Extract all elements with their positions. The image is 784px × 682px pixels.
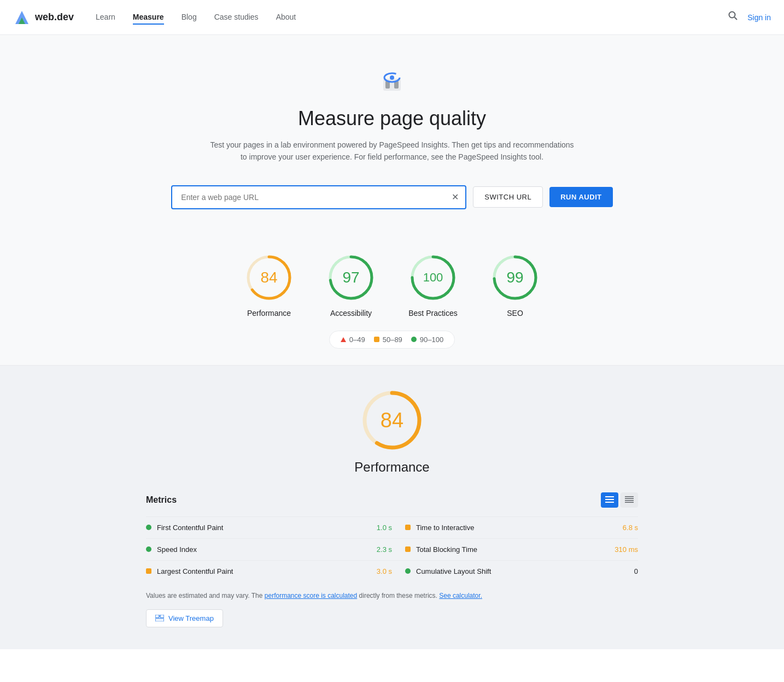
score-label-best-practices: Best Practices <box>408 309 457 318</box>
svg-rect-21 <box>605 502 614 503</box>
scores-row: 84 Performance 97 Accessibility 10 <box>11 253 773 318</box>
view-treemap-label: View Treemap <box>168 614 214 622</box>
metric-tti-name: Time to Interactive <box>416 524 617 532</box>
compact-view-icon <box>625 496 634 503</box>
metric-si-indicator <box>146 546 151 552</box>
perf-score-link[interactable]: performance score is calculated <box>265 592 357 599</box>
metric-tti-indicator <box>405 525 411 530</box>
metric-tbt-value: 310 ms <box>615 545 638 554</box>
scores-section: 84 Performance 97 Accessibility 10 <box>0 231 784 366</box>
hero-description: Test your pages in a lab environment pow… <box>206 139 578 163</box>
hero-section: Measure page quality Test your pages in … <box>0 35 784 231</box>
calculator-link[interactable]: See calculator. <box>439 592 482 599</box>
nav-links: Learn Measure Blog Case studies About <box>96 10 728 25</box>
score-value-performance: 84 <box>260 269 277 286</box>
nav-learn[interactable]: Learn <box>96 10 115 25</box>
svg-rect-19 <box>605 496 614 497</box>
score-label-accessibility: Accessibility <box>330 309 372 318</box>
url-input[interactable] <box>172 186 465 208</box>
metric-tti-value: 6.8 s <box>623 524 638 532</box>
score-legend: 0–49 50–89 90–100 <box>329 331 455 349</box>
metric-tbt: Total Blocking Time 310 ms <box>392 538 638 560</box>
metric-cls-indicator <box>405 568 411 574</box>
clear-input-icon[interactable]: ✕ <box>452 192 459 202</box>
svg-point-8 <box>390 75 394 80</box>
metric-tti: Time to Interactive 6.8 s <box>392 516 638 538</box>
hero-title: Measure page quality <box>11 107 773 130</box>
score-label-seo: SEO <box>507 309 523 318</box>
metric-fcp: First Contentful Paint 1.0 s <box>146 516 392 538</box>
score-seo: 99 SEO <box>490 253 540 318</box>
metric-lcp-name: Largest Contentful Paint <box>157 567 371 575</box>
metrics-note: Values are estimated and may vary. The p… <box>146 591 638 601</box>
score-best-practices: 100 Best Practices <box>408 253 458 318</box>
search-icon <box>728 10 739 21</box>
nav-case-studies[interactable]: Case studies <box>214 10 259 25</box>
metrics-note-mid: directly from these metrics. <box>359 592 440 599</box>
logo[interactable]: web.dev <box>13 9 74 26</box>
metric-tbt-name: Total Blocking Time <box>416 545 609 554</box>
metric-cls-name: Cumulative Layout Shift <box>416 567 629 575</box>
score-circle-best-practices: 100 <box>408 253 458 302</box>
legend-average-icon <box>374 337 379 342</box>
svg-rect-25 <box>625 502 634 503</box>
svg-rect-27 <box>160 615 164 618</box>
score-circle-accessibility: 97 <box>326 253 376 302</box>
metrics-container: Metrics <box>146 492 638 627</box>
sign-in-button[interactable]: Sign in <box>747 13 771 22</box>
performance-title: Performance <box>354 460 429 475</box>
performance-inner: 84 Performance Metrics <box>146 387 638 627</box>
view-expanded-button[interactable] <box>601 492 618 508</box>
score-value-accessibility: 97 <box>342 269 359 286</box>
svg-rect-22 <box>625 496 634 497</box>
view-compact-button[interactable] <box>621 492 638 508</box>
svg-rect-28 <box>155 619 164 621</box>
logo-icon <box>13 9 31 26</box>
nav-measure[interactable]: Measure <box>133 10 164 25</box>
run-audit-button[interactable]: RUN AUDIT <box>549 187 613 207</box>
perf-score-circle: 84 <box>359 387 425 453</box>
switch-url-button[interactable]: SWITCH URL <box>473 186 543 208</box>
svg-rect-26 <box>155 615 159 618</box>
score-value-best-practices: 100 <box>423 271 443 285</box>
legend-average: 50–89 <box>374 336 402 344</box>
treemap-icon <box>155 615 164 621</box>
logo-text: web.dev <box>35 11 74 23</box>
svg-rect-20 <box>605 499 614 500</box>
legend-pass-label: 90–100 <box>420 336 443 344</box>
nav-about[interactable]: About <box>276 10 296 25</box>
url-input-wrapper: ✕ <box>171 185 466 209</box>
metrics-note-prefix: Values are estimated and may vary. The <box>146 592 265 599</box>
view-treemap-button[interactable]: View Treemap <box>146 609 223 627</box>
perf-score-center: 84 Performance <box>146 387 638 475</box>
metrics-grid: First Contentful Paint 1.0 s Time to Int… <box>146 516 638 582</box>
legend-fail: 0–49 <box>341 336 365 344</box>
metric-fcp-name: First Contentful Paint <box>157 524 371 532</box>
metrics-view-buttons <box>601 492 638 508</box>
metric-lcp: Largest Contentful Paint 3.0 s <box>146 560 392 582</box>
metric-cls-value: 0 <box>634 567 638 575</box>
svg-point-2 <box>729 12 735 18</box>
score-label-performance: Performance <box>247 309 291 318</box>
perf-score-value: 84 <box>381 408 403 432</box>
score-accessibility: 97 Accessibility <box>326 253 376 318</box>
navbar: web.dev Learn Measure Blog Case studies … <box>0 0 784 35</box>
url-input-area: ✕ SWITCH URL RUN AUDIT <box>11 185 773 209</box>
legend-pass-icon <box>411 337 417 342</box>
metrics-title: Metrics <box>146 495 177 505</box>
nav-blog[interactable]: Blog <box>182 10 197 25</box>
legend-fail-label: 0–49 <box>349 336 365 344</box>
score-value-seo: 99 <box>506 269 523 286</box>
metric-lcp-value: 3.0 s <box>377 567 392 575</box>
metric-si-name: Speed Index <box>157 545 371 554</box>
metric-lcp-indicator <box>146 568 151 574</box>
search-button[interactable] <box>728 10 739 24</box>
metric-fcp-indicator <box>146 525 151 530</box>
svg-rect-23 <box>625 498 634 499</box>
score-performance: 84 Performance <box>244 253 294 318</box>
lighthouse-icon <box>11 68 773 98</box>
nav-right: Sign in <box>728 10 771 24</box>
metric-si-value: 2.3 s <box>377 545 392 554</box>
metric-si: Speed Index 2.3 s <box>146 538 392 560</box>
metric-cls: Cumulative Layout Shift 0 <box>392 560 638 582</box>
